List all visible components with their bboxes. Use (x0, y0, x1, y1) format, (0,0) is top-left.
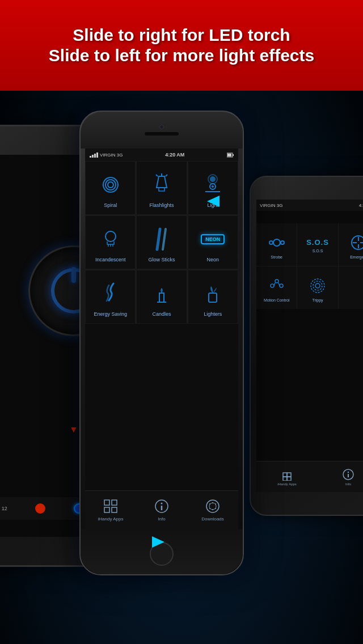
main-time: 4:20 AM (165, 152, 184, 158)
svg-rect-29 (233, 154, 234, 156)
right-toolbar-info: Info (318, 461, 363, 492)
main-carrier: VIRGIN 3G (100, 152, 123, 158)
app-cell-glowsticks[interactable]: Glow Sticks (136, 215, 187, 269)
toolbar-downloads[interactable]: Downloads (187, 491, 238, 529)
svg-point-22 (348, 471, 349, 472)
toolbar-info[interactable]: Info (136, 491, 187, 529)
right-label-trippy: Trippy (312, 298, 323, 302)
right-toolbar-apps-label: iHandy Apps (277, 482, 297, 486)
toolbar-apps-label: iHandy Apps (98, 516, 124, 522)
neon-icon: NEON (199, 225, 227, 253)
svg-rect-24 (92, 155, 94, 158)
svg-rect-51 (104, 507, 109, 512)
energy-icon (96, 279, 125, 308)
app-cell-spiral[interactable]: Spiral (85, 161, 136, 215)
app-cell-lighters[interactable]: Lighters (188, 270, 238, 324)
right-label-sos: S.O.S (313, 249, 323, 253)
svg-line-45 (163, 229, 166, 249)
app-label-glowsticks: Glow Sticks (148, 257, 175, 262)
svg-point-61 (209, 508, 210, 509)
toolbar-info-icon (154, 498, 170, 514)
app-label-energy: Energy Saving (94, 311, 127, 317)
svg-rect-46 (159, 293, 164, 302)
svg-marker-30 (157, 176, 167, 188)
svg-rect-28 (227, 154, 231, 156)
spiral-icon (96, 171, 125, 199)
main-phone-top-bezel (81, 112, 243, 149)
app-cell-flashlights[interactable]: Flashlights (136, 161, 187, 215)
svg-rect-25 (94, 154, 96, 158)
toolbar-apps[interactable]: iHandy Apps (85, 491, 136, 529)
right-toolbar-apps: iHandy Apps (256, 461, 318, 492)
main-status-bar: VIRGIN 3G 4:20 AM (85, 149, 238, 161)
right-toolbar-info-label: Info (345, 482, 351, 486)
svg-line-34 (166, 175, 167, 176)
right-cell-empty (339, 266, 363, 309)
battery-icon (227, 152, 234, 158)
right-phone-grid: Strobe S.O.S S.O.S Emerge... (256, 223, 363, 309)
svg-rect-26 (96, 152, 98, 158)
lighter-icon (199, 279, 227, 308)
svg-point-0 (273, 239, 280, 246)
right-label-strobe: Strobe (271, 255, 282, 259)
right-label-motion: Motion Control (264, 298, 290, 302)
main-toolbar: iHandy Apps Info (85, 490, 238, 529)
svg-rect-19 (287, 477, 291, 481)
app-label-neon: Neon (207, 257, 220, 262)
svg-rect-52 (112, 507, 117, 512)
app-label-candles: Candles (152, 311, 171, 317)
svg-marker-64 (207, 196, 220, 207)
header-line2: Slide to left for more light effects (49, 45, 314, 66)
app-label-flashlights: Flashlights (149, 202, 174, 208)
trippy-icon (307, 276, 328, 296)
bulb-icon (96, 225, 125, 253)
bottom-arrow (96, 531, 164, 553)
right-phone-time: 4:20 AM (359, 203, 363, 208)
svg-point-63 (212, 509, 213, 510)
header-banner: Slide to right for LED torch Slide to le… (0, 0, 363, 91)
bg-phone-right: VIRGIN 3G 4:20 AM Strobe S.O.S S.O.S (250, 176, 363, 516)
bg-phone-right-screen: VIRGIN 3G 4:20 AM Strobe S.O.S S.O.S (256, 200, 363, 492)
status-right (227, 152, 234, 158)
toolbar-downloads-icon (205, 498, 221, 514)
svg-rect-50 (112, 500, 117, 505)
svg-rect-48 (209, 293, 217, 302)
camera-dot (159, 125, 164, 129)
flashlight-icon (147, 171, 176, 199)
svg-line-44 (157, 229, 160, 249)
svg-point-56 (206, 500, 219, 512)
right-cube-icon (281, 468, 293, 481)
app-cell-energy[interactable]: Energy Saving (85, 270, 136, 324)
app-cell-candles[interactable]: Candles (136, 270, 187, 324)
header-line1: Slide to right for LED torch (73, 25, 290, 45)
strobe-icon (267, 232, 287, 253)
svg-rect-49 (104, 500, 109, 505)
app-label-lighters: Lighters (204, 311, 222, 317)
status-left: VIRGIN 3G (90, 152, 123, 158)
svg-rect-23 (90, 156, 91, 158)
app-grid: Spiral Flashlights (85, 161, 238, 324)
svg-line-12 (278, 283, 280, 286)
dot-label-12: 12 (2, 506, 7, 511)
sos-text: S.O.S (306, 238, 329, 247)
app-cell-neon[interactable]: NEON Neon (188, 215, 238, 269)
right-cell-motion: Motion Control (256, 266, 297, 309)
main-phone: VIRGIN 3G 4:20 AM Spiral (79, 111, 244, 575)
app-label-incandescent: Incandescent (95, 257, 126, 262)
svg-point-14 (313, 281, 322, 290)
motion-icon (267, 276, 287, 296)
svg-line-11 (274, 283, 275, 286)
top-arrow (207, 190, 275, 213)
app-label-spiral: Spiral (104, 202, 117, 208)
svg-point-8 (271, 284, 274, 287)
toolbar-info-label: Info (158, 516, 165, 522)
right-cell-emerge: Emerge... (339, 223, 363, 266)
right-label-emerge: Emerge... (350, 255, 363, 259)
svg-point-15 (315, 283, 320, 288)
svg-point-35 (210, 176, 216, 182)
dot-red (35, 503, 45, 514)
right-cell-sos: S.O.S S.O.S (297, 223, 337, 266)
svg-point-38 (212, 185, 214, 188)
svg-line-33 (156, 175, 158, 176)
app-cell-incandescent[interactable]: Incandescent (85, 215, 136, 269)
